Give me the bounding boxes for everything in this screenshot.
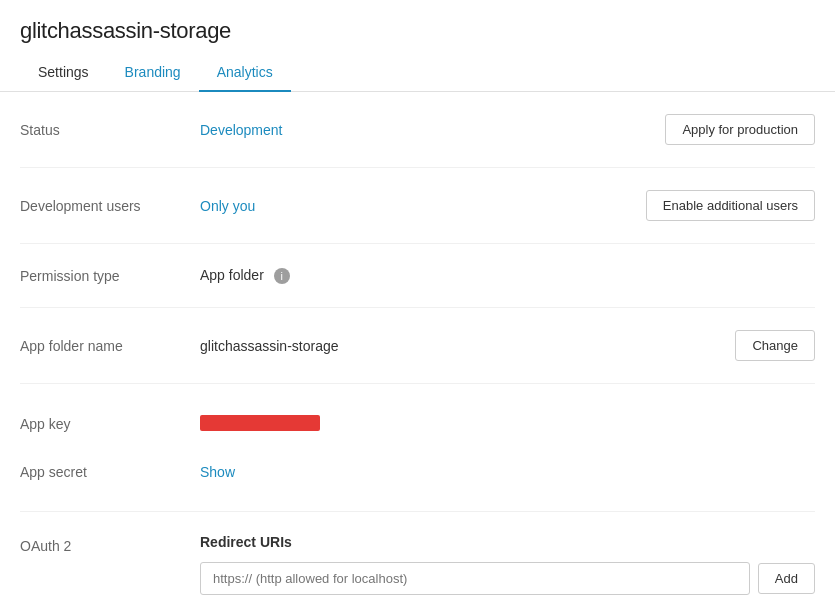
permission-type-info-icon[interactable]: i <box>274 268 290 284</box>
oauth2-label: OAuth 2 <box>20 534 200 554</box>
status-label: Status <box>20 122 200 138</box>
show-secret-link[interactable]: Show <box>200 464 235 480</box>
redirect-uri-input[interactable] <box>200 562 750 595</box>
status-value: Development <box>200 122 665 138</box>
app-folder-name-row: App folder name glitchassassin-storage C… <box>20 308 815 384</box>
app-key-redacted-bar <box>200 415 320 431</box>
app-key-label: App key <box>20 416 200 432</box>
development-users-row: Development users Only you Enable additi… <box>20 168 815 244</box>
permission-type-label: Permission type <box>20 268 200 284</box>
development-users-label: Development users <box>20 198 200 214</box>
add-redirect-uri-button[interactable]: Add <box>758 563 815 594</box>
app-folder-name-label: App folder name <box>20 338 200 354</box>
tab-settings[interactable]: Settings <box>20 54 107 92</box>
tabs-bar: Settings Branding Analytics <box>0 54 835 92</box>
development-users-value: Only you <box>200 198 646 214</box>
tab-analytics[interactable]: Analytics <box>199 54 291 92</box>
app-key-row: App key <box>20 384 815 448</box>
tab-branding[interactable]: Branding <box>107 54 199 92</box>
apply-for-production-button[interactable]: Apply for production <box>665 114 815 145</box>
app-key-value <box>200 415 815 434</box>
status-row: Status Development Apply for production <box>20 92 815 168</box>
enable-additional-users-button[interactable]: Enable additional users <box>646 190 815 221</box>
app-folder-name-value: glitchassassin-storage <box>200 338 735 354</box>
app-secret-value: Show <box>200 464 815 480</box>
page-title: glitchassassin-storage <box>20 18 815 44</box>
permission-type-value: App folder i <box>200 267 815 284</box>
permission-type-row: Permission type App folder i <box>20 244 815 308</box>
change-app-folder-button[interactable]: Change <box>735 330 815 361</box>
redirect-input-row: Add <box>200 562 815 595</box>
redirect-uris-heading: Redirect URIs <box>200 534 815 550</box>
oauth2-content: Redirect URIs Add <box>200 534 815 595</box>
app-secret-label: App secret <box>20 464 200 480</box>
oauth2-row: OAuth 2 Redirect URIs Add <box>20 512 815 614</box>
app-secret-row: App secret Show <box>20 448 815 512</box>
content-area: Status Development Apply for production … <box>0 92 835 614</box>
